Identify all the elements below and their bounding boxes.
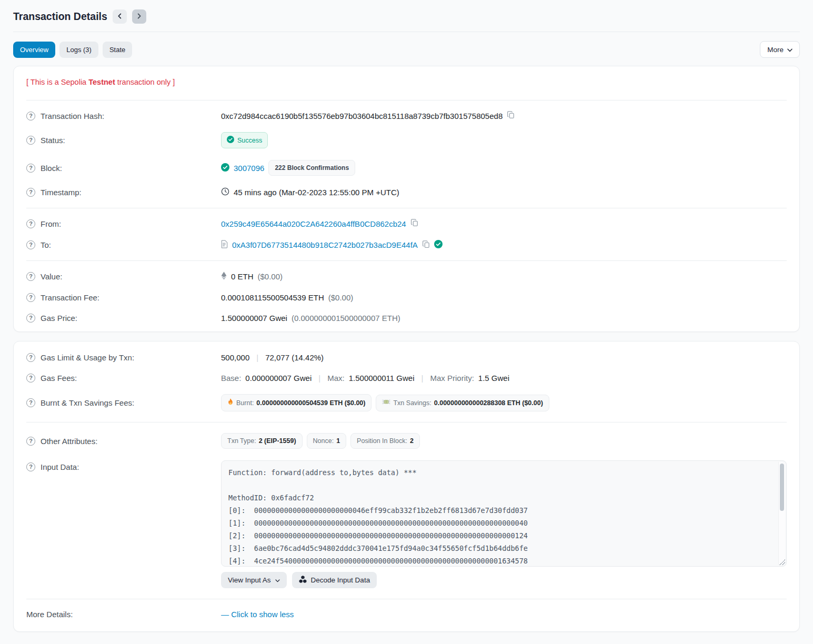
question-icon[interactable]: ? [26,136,35,145]
nonce-badge: Nonce: 1 [307,433,347,449]
input-data-scrollbar-thumb[interactable] [780,464,784,511]
question-icon[interactable]: ? [26,314,35,323]
textarea-resize-handle[interactable] [779,559,785,565]
other-attributes-label: Other Attributes: [41,437,97,446]
input-data-scrollbar[interactable] [778,462,785,565]
txn-savings-label: Txn Savings: [393,399,431,407]
more-button-label: More [767,46,784,54]
question-icon[interactable]: ? [26,374,35,383]
question-icon[interactable]: ? [26,112,35,120]
tab-state[interactable]: State [103,42,132,58]
block-row: ? Block: 3007096 222 Block Confirmations [26,154,787,182]
burnt-fee-badge: Burnt: 0.000000000000504539 ETH ($0.00) [221,394,372,411]
gas-price-amount: 1.500000007 Gwei [221,314,287,323]
base-fee-label: Base: [221,374,241,383]
chevron-down-icon [275,576,280,584]
position-in-block-label: Position In Block: [357,437,407,445]
page-header: Transaction Details [13,0,800,32]
copy-from-address-button[interactable] [410,219,418,228]
chevron-right-icon [136,13,142,21]
view-input-as-button[interactable]: View Input As [221,572,287,588]
question-icon[interactable]: ? [26,437,35,446]
clock-icon [221,187,229,197]
divider [26,422,787,422]
timestamp-row: ? Timestamp: 45 mins ago (Mar-02-2023 12… [26,182,787,203]
from-address-link[interactable]: 0x259c49E65644a020C2A642260a4ffB0CD862cb… [221,219,406,228]
status-badge-label: Success [237,137,262,144]
position-in-block-value: 2 [410,437,414,445]
click-to-show-less-link[interactable]: — Click to show less [221,610,294,619]
testnet-notice: [ This is a Sepolia Testnet transaction … [26,69,787,95]
gas-limit-value: 500,000 [221,353,249,362]
value-usd: ($0.00) [258,272,283,281]
question-icon[interactable]: ? [26,293,35,302]
gas-price-label: Gas Price: [41,314,77,323]
contract-icon [221,240,228,250]
decode-input-data-label: Decode Input Data [311,576,370,584]
transaction-fee-row: ? Transaction Fee: 0.000108115500504539 … [26,287,787,308]
overview-card: [ This is a Sepolia Testnet transaction … [13,66,800,332]
nonce-label: Nonce: [313,437,334,445]
question-icon[interactable]: ? [26,164,35,173]
block-number-link[interactable]: 3007096 [234,164,264,173]
fire-icon [227,398,234,407]
gas-limit-usage-label: Gas Limit & Usage by Txn: [41,353,134,362]
divider [26,100,787,100]
testnet-notice-bold: Testnet [88,78,115,86]
separator: | [316,374,323,383]
question-icon[interactable]: ? [26,272,35,281]
question-icon[interactable]: ? [26,462,35,471]
tab-list: Overview Logs (3) State [13,42,132,58]
chevron-down-icon [787,46,792,54]
timestamp-label: Timestamp: [41,188,82,197]
from-label: From: [41,219,61,228]
question-icon[interactable]: ? [26,353,35,362]
max-fee-value: 1.500000011 Gwei [349,374,415,383]
divider [26,599,787,599]
transaction-hash-value: 0xc72d984ccac6190b5f135576eb97b03604bc81… [221,112,503,120]
previous-transaction-button[interactable] [113,9,127,24]
tab-overview[interactable]: Overview [13,42,55,58]
separator: | [419,374,426,383]
input-data-actions: View Input As Decode Input Data [221,572,787,588]
decode-input-data-button[interactable]: Decode Input Data [292,572,377,588]
max-priority-fee-label: Max Priority: [430,374,474,383]
transaction-fee-amount: 0.000108115500504539 ETH [221,293,324,302]
question-icon[interactable]: ? [26,219,35,228]
question-icon[interactable]: ? [26,188,35,197]
eth-icon [221,271,227,281]
testnet-notice-prefix: [ This is a Sepolia [26,78,88,86]
decode-icon [299,576,307,585]
timestamp-value: 45 mins ago (Mar-02-2023 12:55:00 PM +UT… [234,188,399,197]
value-row: ? Value: 0 ETH ($0.00) [26,266,787,287]
txn-type-value: 2 (EIP-1559) [259,437,296,445]
input-data-textarea[interactable]: Function: forward(address to,bytes data)… [221,460,787,567]
header-divider [13,32,800,32]
copy-to-address-button[interactable] [422,240,430,250]
transaction-hash-row: ? Transaction Hash: 0xc72d984ccac6190b5f… [26,105,787,126]
question-icon[interactable]: ? [26,240,35,249]
next-transaction-button[interactable] [132,9,146,24]
tabs-row: Overview Logs (3) State More [13,41,800,58]
question-icon[interactable]: ? [26,398,35,407]
tab-logs[interactable]: Logs (3) [59,42,98,58]
divider [26,260,787,261]
max-fee-label: Max: [327,374,345,383]
txn-type-label: Txn Type: [227,437,256,445]
chevron-left-icon [117,13,123,21]
burnt-fee-label: Burnt: [236,399,254,407]
block-confirmations-badge: 222 Block Confirmations [268,160,355,176]
check-circle-icon [221,163,229,173]
gas-price-alt: (0.000000001500000007 ETH) [292,314,400,323]
block-label: Block: [41,164,62,173]
input-data-label: Input Data: [41,462,79,471]
to-address-link[interactable]: 0xA3f07D6773514480b918C2742b027b3acD9E44… [232,240,418,249]
gas-price-row: ? Gas Price: 1.500000007 Gwei (0.0000000… [26,308,787,328]
more-button[interactable]: More [760,41,800,58]
transaction-fee-usd: ($0.00) [328,293,354,302]
to-row: ? To: 0xA3f07D6773514480b918C2742b027b3a… [26,234,787,256]
transaction-details-page: Transaction Details Overview Logs (3) St… [0,0,813,644]
more-details-label: More Details: [26,610,73,619]
copy-transaction-hash-button[interactable] [507,111,515,120]
transaction-fee-label: Transaction Fee: [41,293,99,302]
